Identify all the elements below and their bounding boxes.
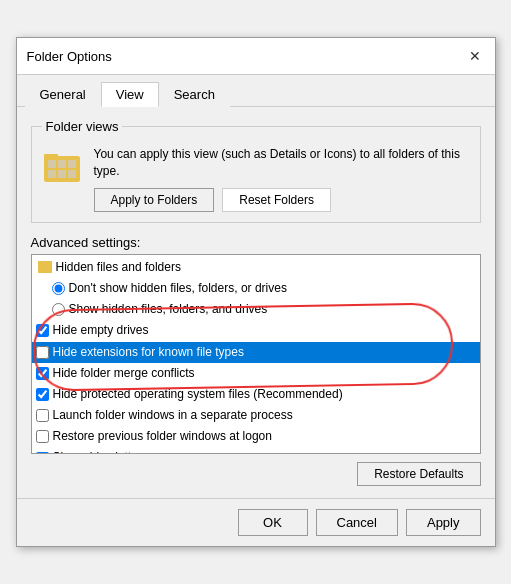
restore-defaults-row: Restore Defaults	[31, 462, 481, 486]
tab-view[interactable]: View	[101, 82, 159, 107]
list-item-highlighted[interactable]: Hide extensions for known file types	[32, 342, 480, 363]
cb-restore-previous[interactable]	[36, 430, 49, 443]
tab-bar: General View Search	[17, 75, 495, 107]
list-item[interactable]: Hide folder merge conflicts	[32, 363, 480, 384]
folder-options-dialog: Folder Options ✕ General View Search Fol…	[16, 37, 496, 547]
svg-rect-2	[48, 160, 56, 168]
apply-button[interactable]: Apply	[406, 509, 481, 536]
cb-show-drive-letters[interactable]	[36, 452, 49, 454]
list-item: Hidden files and folders	[32, 257, 480, 278]
list-item[interactable]: Hide protected operating system files (R…	[32, 384, 480, 405]
ok-button[interactable]: OK	[238, 509, 308, 536]
cb-launch-separate[interactable]	[36, 409, 49, 422]
cb-hide-folder-merge[interactable]	[36, 367, 49, 380]
list-item-text: Don't show hidden files, folders, or dri…	[69, 279, 287, 298]
title-bar: Folder Options ✕	[17, 38, 495, 75]
radio-dont-show-hidden[interactable]	[52, 282, 65, 295]
list-item-text: Show drive letters	[53, 448, 148, 453]
settings-list-container: Hidden files and folders Don't show hidd…	[31, 254, 481, 454]
dialog-footer: OK Cancel Apply	[17, 498, 495, 546]
folder-small-icon	[38, 261, 52, 273]
folder-views-buttons: Apply to Folders Reset Folders	[94, 188, 470, 212]
list-item[interactable]: Don't show hidden files, folders, or dri…	[32, 278, 480, 299]
list-item-text: Hide protected operating system files (R…	[53, 385, 343, 404]
svg-rect-7	[68, 170, 76, 178]
svg-rect-5	[48, 170, 56, 178]
svg-rect-6	[58, 170, 66, 178]
list-item-text: Hide empty drives	[53, 321, 149, 340]
folder-views-group: Folder views	[31, 119, 481, 223]
radio-show-hidden[interactable]	[52, 303, 65, 316]
list-item-text: Hide folder merge conflicts	[53, 364, 195, 383]
cb-hide-extensions[interactable]	[36, 346, 49, 359]
list-item-text: Restore previous folder windows at logon	[53, 427, 272, 446]
cb-hide-empty-drives[interactable]	[36, 324, 49, 337]
list-item[interactable]: Restore previous folder windows at logon	[32, 426, 480, 447]
advanced-settings-label: Advanced settings:	[31, 235, 481, 250]
list-item[interactable]: Show drive letters	[32, 447, 480, 453]
folder-views-description: You can apply this view (such as Details…	[94, 146, 470, 212]
close-button[interactable]: ✕	[465, 46, 485, 66]
cb-hide-protected-os[interactable]	[36, 388, 49, 401]
tab-general[interactable]: General	[25, 82, 101, 107]
reset-folders-button[interactable]: Reset Folders	[222, 188, 331, 212]
folder-views-inner: You can apply this view (such as Details…	[42, 146, 470, 212]
apply-to-folders-button[interactable]: Apply to Folders	[94, 188, 215, 212]
restore-defaults-button[interactable]: Restore Defaults	[357, 462, 480, 486]
svg-rect-3	[58, 160, 66, 168]
folder-views-legend: Folder views	[42, 119, 123, 134]
list-item-text: Hide extensions for known file types	[53, 343, 244, 362]
list-item[interactable]: Show hidden files, folders, and drives	[32, 299, 480, 320]
list-item-text: Hidden files and folders	[56, 258, 181, 277]
list-item[interactable]: Hide empty drives	[32, 320, 480, 341]
list-item-text: Launch folder windows in a separate proc…	[53, 406, 293, 425]
dialog-title: Folder Options	[27, 49, 112, 64]
svg-rect-0	[44, 156, 80, 182]
folder-views-text: You can apply this view (such as Details…	[94, 146, 470, 180]
svg-rect-4	[68, 160, 76, 168]
settings-list[interactable]: Hidden files and folders Don't show hidd…	[31, 254, 481, 454]
list-item[interactable]: Launch folder windows in a separate proc…	[32, 405, 480, 426]
list-item-text: Show hidden files, folders, and drives	[69, 300, 268, 319]
cancel-button[interactable]: Cancel	[316, 509, 398, 536]
dialog-content: Folder views	[17, 107, 495, 498]
tab-search[interactable]: Search	[159, 82, 230, 107]
svg-rect-1	[44, 154, 58, 158]
folder-icon	[42, 146, 84, 188]
